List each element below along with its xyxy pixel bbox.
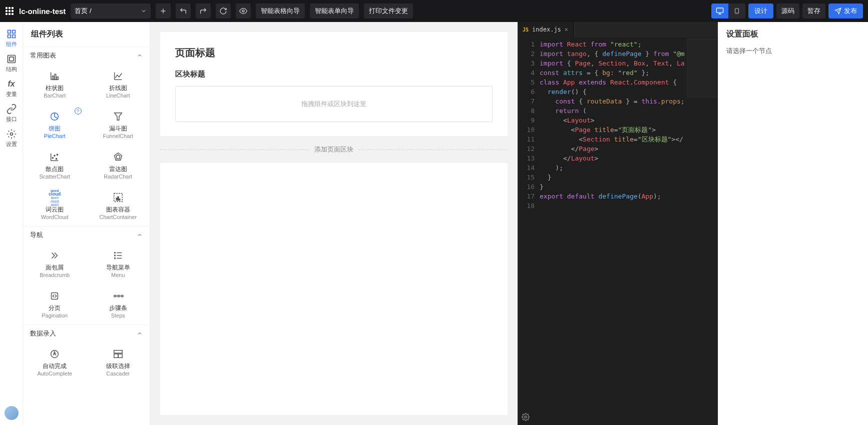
component-funnelchart[interactable]: 漏斗图FunnelChart (87, 104, 150, 145)
svg-rect-11 (12, 30, 15, 34)
component-barchart[interactable]: 柱状图BarChart (23, 64, 87, 104)
svg-rect-21 (57, 77, 59, 80)
rail-item-variables[interactable]: fx变量 (1, 76, 22, 101)
svg-point-30 (56, 158, 57, 160)
autocomplete-icon (48, 348, 62, 360)
svg-rect-10 (8, 30, 11, 34)
component-cn-label: 导航菜单 (106, 264, 130, 272)
add-button[interactable] (156, 4, 171, 18)
redo-button[interactable] (196, 4, 211, 18)
component-chartcontainer[interactable]: 图表容器ChartContainer (87, 186, 150, 226)
svg-point-49 (121, 295, 123, 297)
group-header[interactable]: 导航 (23, 226, 150, 244)
component-en-label: ScatterChart (39, 174, 70, 180)
component-en-label: BarChart (44, 92, 66, 98)
component-breadcrumb[interactable]: 面包屑Breadcrumb (23, 244, 87, 284)
smart-table-wizard-button[interactable]: 智能表格向导 (256, 4, 305, 18)
component-en-label: Steps (111, 312, 125, 318)
publish-button[interactable]: 发布 (828, 4, 863, 18)
svg-rect-51 (114, 350, 123, 354)
component-radarchart[interactable]: 雷达图RadarChart (87, 145, 150, 186)
component-en-label: ChartContainer (99, 214, 137, 220)
component-panel: 组件列表 常用图表柱状图BarChart折线图LineChart?饼图PieCh… (23, 22, 150, 425)
code-lines[interactable]: import React from "react";import tango, … (540, 37, 685, 425)
chevron-up-icon (137, 232, 143, 238)
variables-icon: fx (7, 79, 17, 89)
add-section-label: 添加页面区块 (314, 145, 353, 154)
group-name: 导航 (30, 230, 43, 240)
group-header[interactable]: 常用图表 (23, 46, 150, 64)
canvas-page[interactable]: 页面标题 区块标题 拖拽组件或区块到这里 (160, 32, 508, 136)
svg-point-29 (54, 155, 55, 156)
file-tab-index-js[interactable]: JS index.js × (518, 22, 574, 37)
component-wordcloud[interactable]: wordcloudword cloudword词云图WordCloud (23, 186, 87, 226)
canvas-empty-area[interactable] (160, 163, 508, 415)
mobile-device-button[interactable] (728, 4, 745, 18)
right-panel-hint: 请选择一个节点 (726, 46, 860, 56)
svg-point-28 (52, 158, 53, 158)
svg-rect-15 (9, 57, 13, 61)
component-steps[interactable]: 步骤条Steps (87, 284, 150, 324)
design-tab-button[interactable]: 设计 (748, 4, 773, 18)
component-cascader[interactable]: 级联选择Cascader (87, 342, 150, 382)
component-autocomplete[interactable]: 自动完成AutoComplete (23, 342, 87, 382)
apps-grid-icon[interactable] (5, 6, 14, 16)
group-header[interactable]: 数据录入 (23, 324, 150, 342)
source-tab-button[interactable]: 源码 (776, 4, 799, 18)
canvas-area[interactable]: 页面标题 区块标题 拖拽组件或区块到这里 添加页面区块 (150, 22, 518, 425)
file-tab-label: index.js (532, 26, 561, 33)
publish-label: 发布 (844, 6, 857, 16)
component-en-label: Menu (111, 272, 125, 278)
component-en-label: RadarChart (104, 174, 132, 180)
svg-rect-37 (119, 199, 120, 200)
api-icon (7, 104, 17, 114)
menu-icon (111, 250, 125, 262)
rail-item-settings[interactable]: 设置 (1, 126, 22, 151)
component-cn-label: 折线图 (109, 84, 127, 92)
line-gutter: 123456789101112131415161718 (518, 37, 540, 425)
svg-point-31 (57, 154, 58, 155)
help-icon[interactable]: ? (75, 108, 82, 114)
rail-item-structure[interactable]: 结构 (1, 51, 22, 76)
pie-icon (48, 110, 62, 122)
component-pagination[interactable]: 分页Pagination (23, 284, 87, 324)
rail-item-label: 设置 (6, 140, 17, 148)
svg-point-42 (114, 258, 115, 259)
breadcrumb-select[interactable]: 首页 / (71, 4, 151, 18)
svg-rect-19 (53, 76, 54, 80)
js-file-icon: JS (523, 27, 529, 32)
close-icon[interactable]: × (565, 26, 568, 33)
component-scatterchart[interactable]: 散点图ScatterChart (23, 145, 87, 186)
wordcloud-icon: wordcloudword cloudword (48, 192, 62, 204)
draft-save-button[interactable]: 暂存 (802, 4, 825, 18)
section-title: 区块标题 (175, 70, 493, 79)
undo-button[interactable] (176, 4, 191, 18)
add-section-divider[interactable]: 添加页面区块 (160, 145, 508, 154)
refresh-button[interactable] (216, 4, 231, 18)
component-cn-label: 分页 (49, 304, 61, 312)
editor-settings-icon[interactable] (522, 413, 530, 421)
component-en-label: Cascader (106, 370, 130, 376)
smart-form-wizard-button[interactable]: 智能表单向导 (310, 4, 359, 18)
container-icon (111, 192, 125, 204)
component-menu[interactable]: 导航菜单Menu (87, 244, 150, 284)
user-avatar[interactable] (5, 406, 19, 420)
rail-item-components[interactable]: 组件 (1, 26, 22, 51)
breadcrumb-label: 首页 / (75, 6, 91, 16)
rail-item-api[interactable]: 接口 (1, 101, 22, 126)
component-panel-title: 组件列表 (23, 22, 150, 46)
component-cn-label: 柱状图 (46, 84, 64, 92)
chevron-down-icon (141, 8, 147, 14)
component-linechart[interactable]: 折线图LineChart (87, 64, 150, 104)
print-file-change-button[interactable]: 打印文件变更 (364, 4, 413, 18)
code-body[interactable]: 123456789101112131415161718 import React… (518, 37, 718, 425)
svg-rect-53 (118, 354, 122, 358)
preview-button[interactable] (236, 4, 251, 18)
desktop-device-button[interactable] (711, 4, 728, 18)
component-en-label: Pagination (42, 312, 68, 318)
component-en-label: LineChart (106, 92, 130, 98)
component-piechart[interactable]: ?饼图PieChart (23, 104, 87, 145)
chevron-up-icon (137, 52, 143, 58)
funnel-icon (111, 110, 125, 122)
drop-zone[interactable]: 拖拽组件或区块到这里 (175, 86, 493, 122)
